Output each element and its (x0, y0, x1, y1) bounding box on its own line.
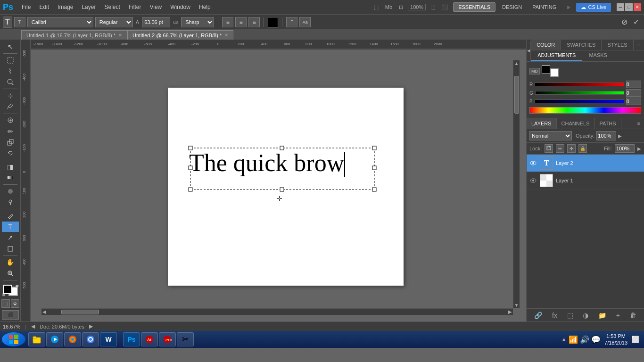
default-colors-icon[interactable]: ⊞ (2, 293, 5, 297)
tab-untitled2[interactable]: Untitled-2 @ 66.7% (Layer 1, RGB/8) * ✕ (127, 30, 233, 40)
hscroll-left-arrow[interactable]: ◀ (41, 309, 47, 314)
r-input[interactable] (626, 81, 641, 88)
painting-button[interactable]: PAINTING (528, 3, 560, 11)
screen-mode-button[interactable]: ⬛ (2, 310, 19, 320)
bg-color-swatch[interactable] (550, 68, 559, 77)
fill-input[interactable] (615, 144, 635, 153)
menu-window[interactable]: Window (166, 2, 194, 12)
menu-image[interactable]: Image (54, 2, 77, 12)
vertical-scrollbar[interactable]: ▲ ▼ (513, 60, 520, 308)
layer-item-1[interactable]: Layer 1 (527, 172, 644, 189)
layers-panel-more[interactable]: ≡ (634, 118, 644, 129)
shape-tool-button[interactable] (2, 243, 19, 254)
show-desktop-button[interactable]: ⬜ (631, 336, 639, 343)
taskbar-photoshop[interactable]: Ps (123, 332, 140, 346)
tab-close-1[interactable]: ✕ (118, 33, 122, 38)
eyedropper-tool-button[interactable] (2, 101, 19, 112)
vscroll-down-arrow[interactable]: ▼ (514, 302, 519, 308)
canvas-area[interactable]: -1600 -1400 -1200 -1000 -800 -600 -400 -… (21, 40, 526, 321)
b-input[interactable] (626, 98, 641, 105)
lock-transparent-button[interactable] (545, 144, 553, 153)
menu-view[interactable]: View (146, 2, 165, 12)
layers-tab[interactable]: LAYERS (527, 118, 557, 129)
status-nav-left[interactable]: ◀ (31, 323, 35, 329)
tab-close-2[interactable]: ✕ (224, 33, 228, 38)
opacity-arrow[interactable]: ▶ (618, 133, 622, 139)
taskbar-firefox[interactable] (64, 332, 81, 346)
pen-tool-button[interactable] (2, 211, 19, 221)
lock-image-button[interactable]: ✏ (556, 144, 564, 153)
standard-mode-button[interactable]: ⬚ (1, 299, 10, 308)
character-panel-button[interactable]: Aa (299, 17, 311, 27)
taskbar-chrome[interactable] (82, 332, 99, 346)
styles-tab[interactable]: STYLES (602, 40, 633, 50)
lock-position-button[interactable]: ✛ (567, 144, 576, 153)
menu-help[interactable]: Help (195, 2, 215, 12)
canvas-text[interactable]: The quick brow (189, 149, 345, 177)
paths-tab[interactable]: PATHS (595, 118, 621, 129)
hscroll-thumb[interactable] (61, 310, 99, 314)
quick-select-tool-button[interactable] (2, 77, 19, 87)
add-style-button[interactable]: fx (550, 311, 559, 320)
systray-action-center[interactable]: 💬 (591, 335, 601, 344)
swap-colors-icon[interactable]: ⇄ (16, 284, 19, 288)
layer-2-visibility[interactable] (529, 159, 537, 167)
opacity-input[interactable] (596, 131, 616, 140)
blend-mode-select[interactable]: Normal (529, 131, 572, 140)
masks-tab[interactable]: MASKS (582, 50, 614, 61)
color-tab[interactable]: COLOR (531, 40, 561, 50)
clone-stamp-button[interactable] (2, 137, 19, 148)
zoom-tool-button[interactable] (2, 268, 19, 279)
panel-more-1[interactable]: ≡ (634, 40, 644, 50)
menu-edit[interactable]: Edit (35, 2, 53, 12)
align-left-button[interactable]: ≡ (222, 17, 233, 27)
text-color-swatch[interactable] (268, 17, 278, 27)
design-button[interactable]: DESIGN (498, 3, 526, 11)
dodge-tool-button[interactable] (2, 197, 19, 207)
brush-tool-button[interactable]: ✏ (2, 126, 19, 136)
taskbar-word[interactable]: W (100, 332, 117, 346)
essentials-button[interactable]: ESSENTIALS (453, 2, 495, 12)
vscroll-up-arrow[interactable]: ▲ (514, 60, 519, 66)
lasso-tool-button[interactable]: ⌇ (2, 66, 19, 76)
font-size-input[interactable] (142, 17, 170, 27)
quick-mask-button[interactable]: ⬙ (11, 299, 19, 308)
font-style-select[interactable]: Regular (95, 17, 133, 27)
type-tool-button[interactable]: T (2, 222, 19, 232)
delete-layer-button[interactable]: 🗑 (628, 311, 638, 320)
align-right-button[interactable]: ≡ (248, 17, 260, 27)
menu-layer[interactable]: Layer (78, 2, 99, 12)
menu-file[interactable]: File (18, 2, 34, 12)
new-group-button[interactable]: 📁 (596, 311, 608, 320)
adjustments-tab[interactable]: ADJUSTMENTS (531, 50, 582, 61)
confirm-transform-button[interactable]: ✓ (631, 17, 641, 26)
hscroll-right-arrow[interactable]: ▶ (507, 309, 513, 314)
minimize-button[interactable]: ─ (617, 3, 624, 11)
taskbar-acrobat[interactable]: Ai (141, 332, 158, 346)
fill-arrow[interactable]: ▶ (637, 146, 641, 151)
path-selection-button[interactable]: ↗ (2, 232, 19, 243)
panel-collapse-button[interactable]: ◀ (527, 41, 531, 60)
more-workspaces-button[interactable]: » (563, 3, 573, 11)
swatches-tab[interactable]: SWATCHES (561, 40, 602, 50)
taskbar-media-player[interactable] (46, 332, 63, 346)
layer-item-2[interactable]: T Layer 2 (527, 155, 644, 172)
close-button[interactable]: ✕ (634, 3, 641, 11)
anti-alias-select[interactable]: Sharp (181, 17, 214, 27)
g-input[interactable] (626, 89, 641, 97)
maximize-button[interactable]: □ (625, 3, 633, 11)
channels-tab[interactable]: CHANNELS (557, 118, 595, 129)
vscroll-thumb[interactable] (514, 76, 519, 114)
warp-text-button[interactable]: ⌃ (286, 17, 297, 27)
tab-untitled1[interactable]: Untitled-1 @ 16.7% (Layer 1, RGB/8) * ✕ (21, 30, 127, 40)
hand-tool-button[interactable]: ✋ (2, 257, 19, 267)
move-tool-button[interactable]: ↖ (2, 41, 19, 52)
taskbar-scissors[interactable]: ✂ (177, 332, 194, 346)
healing-brush-button[interactable] (2, 115, 19, 125)
g-slider[interactable] (535, 91, 624, 95)
horizontal-scrollbar[interactable]: ◀ ▶ (41, 308, 513, 315)
cs-live-button[interactable]: ☁ CS Live (576, 3, 611, 12)
fg-color-swatch[interactable] (542, 66, 550, 74)
b-slider[interactable] (535, 99, 624, 103)
start-button[interactable] (2, 332, 25, 346)
